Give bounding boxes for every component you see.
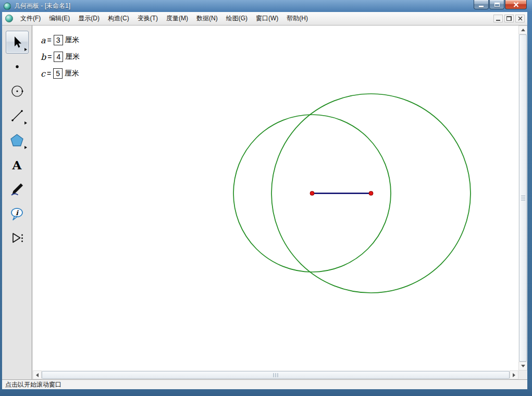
parameter-name: c bbox=[41, 69, 45, 79]
scroll-down-button[interactable] bbox=[518, 362, 527, 370]
scroll-left-button[interactable] bbox=[33, 370, 42, 379]
app-window: 几何画板 - [未命名1] 文件(F)编辑(E)显示(D)构造(C)变换(T)度… bbox=[0, 0, 532, 396]
pentagon-icon bbox=[10, 133, 24, 147]
menu-transform[interactable]: 变换(T) bbox=[133, 11, 162, 26]
menu-data[interactable]: 数据(N) bbox=[192, 11, 222, 26]
menu-list: 文件(F)编辑(E)显示(D)构造(C)变换(T)度量(M)数据(N)绘图(G)… bbox=[16, 11, 312, 26]
toolbox: A i bbox=[2, 26, 32, 379]
child-close-icon bbox=[518, 16, 523, 21]
minimize-icon bbox=[479, 6, 484, 7]
parameter-c[interactable]: c=5厘米 bbox=[41, 65, 80, 82]
maximize-icon bbox=[494, 3, 500, 7]
scroll-down-icon bbox=[521, 365, 525, 367]
horizontal-scroll-thumb[interactable] bbox=[42, 371, 510, 379]
status-text: 点击以开始滚动窗口 bbox=[5, 380, 61, 389]
segment-icon bbox=[10, 109, 24, 122]
menu-display[interactable]: 显示(D) bbox=[74, 11, 104, 26]
scroll-grip-icon bbox=[521, 196, 525, 201]
equals-sign: = bbox=[47, 69, 51, 78]
scrollbar-corner bbox=[518, 370, 527, 379]
parameter-name: a bbox=[41, 35, 46, 45]
scroll-up-button[interactable] bbox=[518, 26, 527, 34]
app-icon bbox=[4, 3, 11, 10]
scroll-left-icon bbox=[36, 373, 39, 377]
submenu-arrow-icon bbox=[24, 48, 27, 51]
tool-compass[interactable] bbox=[6, 80, 29, 103]
minimize-button[interactable] bbox=[474, 0, 489, 9]
scroll-right-button[interactable] bbox=[510, 370, 518, 379]
point-icon bbox=[10, 60, 24, 73]
horizontal-scrollbar[interactable] bbox=[33, 370, 518, 379]
work-area: A i bbox=[2, 26, 527, 379]
custom-tool-icon bbox=[10, 231, 24, 245]
menu-construct[interactable]: 构造(C) bbox=[104, 11, 133, 26]
text-tool-icon: A bbox=[13, 159, 22, 171]
child-minimize-icon bbox=[496, 20, 500, 21]
menu-help[interactable]: 帮助(H) bbox=[282, 11, 312, 26]
document-icon bbox=[5, 15, 13, 22]
tool-information[interactable]: i bbox=[6, 202, 29, 225]
parameter-unit: 厘米 bbox=[65, 69, 79, 78]
parameter-value-box[interactable]: 5 bbox=[53, 68, 63, 79]
submenu-arrow-icon bbox=[24, 121, 27, 125]
vertical-scroll-thumb[interactable] bbox=[519, 34, 527, 362]
window-title: 几何画板 - [未命名1] bbox=[14, 2, 70, 10]
titlebar: 几何画板 - [未命名1] bbox=[0, 0, 532, 12]
marker-pen-icon bbox=[10, 182, 24, 196]
titlebar-buttons bbox=[474, 0, 527, 9]
parameter-unit: 厘米 bbox=[65, 35, 80, 45]
tool-custom[interactable] bbox=[6, 227, 29, 250]
equals-sign: = bbox=[47, 53, 52, 61]
point[interactable] bbox=[369, 191, 373, 195]
tool-straightedge[interactable] bbox=[6, 104, 29, 127]
child-minimize-button[interactable] bbox=[493, 15, 503, 22]
child-restore-icon bbox=[506, 16, 512, 21]
child-window-controls bbox=[493, 15, 525, 22]
menu-graph[interactable]: 绘图(G) bbox=[222, 11, 252, 26]
scroll-grip-icon bbox=[274, 373, 278, 377]
info-bubble-icon: i bbox=[10, 207, 24, 221]
parameter-unit: 厘米 bbox=[65, 52, 80, 61]
submenu-arrow-icon bbox=[24, 146, 27, 149]
tool-polygon[interactable] bbox=[6, 129, 29, 152]
parameter-b[interactable]: b=4厘米 bbox=[41, 48, 80, 65]
equals-sign: = bbox=[47, 36, 52, 44]
menu-measure[interactable]: 度量(M) bbox=[162, 11, 192, 26]
arrow-cursor-icon bbox=[11, 35, 23, 49]
child-restore-button[interactable] bbox=[504, 15, 514, 22]
parameter-name: b bbox=[41, 52, 46, 62]
close-button[interactable] bbox=[505, 0, 527, 9]
scroll-up-icon bbox=[521, 29, 525, 31]
parameter-a[interactable]: a=3厘米 bbox=[41, 32, 80, 48]
point[interactable] bbox=[310, 191, 314, 195]
tool-text[interactable]: A bbox=[6, 153, 29, 176]
parameter-value-box[interactable]: 3 bbox=[54, 35, 63, 45]
tool-point[interactable] bbox=[6, 55, 29, 78]
drawing-canvas[interactable]: a=3厘米b=4厘米c=5厘米 bbox=[33, 26, 518, 370]
menu-window[interactable]: 窗口(W) bbox=[252, 11, 282, 26]
vertical-scrollbar[interactable] bbox=[518, 26, 527, 370]
menu-file[interactable]: 文件(F) bbox=[16, 11, 45, 26]
geometry-drawing bbox=[33, 26, 518, 370]
child-close-button[interactable] bbox=[515, 15, 525, 22]
tool-marker[interactable] bbox=[6, 178, 29, 201]
statusbar: 点击以开始滚动窗口 bbox=[2, 379, 527, 389]
close-icon bbox=[513, 2, 519, 7]
menu-edit[interactable]: 编辑(E) bbox=[45, 11, 74, 26]
menubar: 文件(F)编辑(E)显示(D)构造(C)变换(T)度量(M)数据(N)绘图(G)… bbox=[2, 12, 527, 26]
circle-icon bbox=[10, 84, 24, 98]
tool-selection-arrow[interactable] bbox=[6, 31, 29, 54]
maximize-button[interactable] bbox=[489, 0, 504, 9]
parameter-value-box[interactable]: 4 bbox=[54, 52, 63, 62]
scroll-right-icon bbox=[513, 373, 515, 377]
parameter-list: a=3厘米b=4厘米c=5厘米 bbox=[41, 32, 80, 82]
